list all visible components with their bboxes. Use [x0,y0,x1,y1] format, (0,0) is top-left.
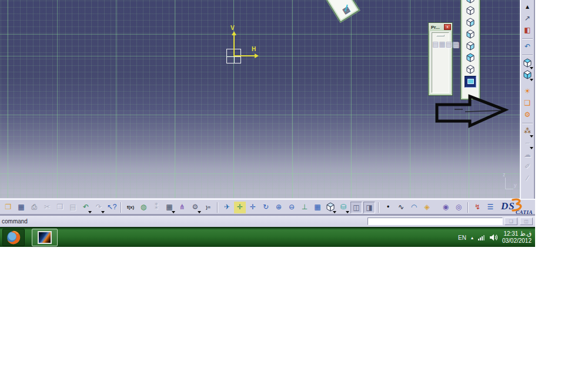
toolbar-overflow-arrow[interactable]: ▴ [522,1,533,13]
power-input-field[interactable] [368,218,503,225]
knowledge-inspector-button[interactable]: ⁑ [151,202,162,213]
3d-element-button[interactable]: ↗ [522,13,533,25]
copy-button[interactable]: ❐ [54,202,66,213]
taskbar-firefox-button[interactable] [2,229,25,246]
palette-title: Pr... [431,25,440,30]
taskbar-image-viewer-button[interactable] [32,229,58,246]
fly-mode-button[interactable]: ✈ [221,202,233,213]
isometric-view-button[interactable] [325,202,336,213]
zoom-in-button[interactable]: ⊕ [273,202,285,213]
cloud-tool-button[interactable]: ☁ [522,149,533,161]
right-view-button[interactable] [465,41,476,52]
rules-button[interactable]: }= [202,202,214,213]
top-view-button[interactable] [465,52,476,64]
toolbar-separator [121,202,122,213]
tilted-mini-toolbar[interactable]: ▦ [325,0,360,23]
swap-visible-space-button[interactable]: ↶ [522,41,533,53]
clock-date: 03/02/2012 [502,237,532,245]
palette-tool-2-button[interactable]: ▦ [439,40,445,48]
shading-button[interactable] [522,58,533,69]
clock-meridiem: ق.ظ [520,230,532,237]
quick-view-toolbar[interactable] [460,0,480,100]
palette-close-button[interactable]: x [444,24,451,30]
paste-button[interactable]: ▤ [67,202,79,213]
whats-this-button[interactable]: ↖? [106,202,118,213]
walk-mode-button[interactable]: ◎ [453,202,465,213]
command-prompt-label: command [0,218,28,225]
arc-tool-button[interactable]: ◠ [408,202,420,213]
layers-button[interactable]: ☰ [485,202,496,213]
palette-body: ▤▦▤▦ [432,32,449,93]
animate-constraint-button[interactable]: ⚙ [522,109,533,121]
catia-screen: V H z y ▦ Pr... x ▤▦▤▦ [0,0,535,247]
palette-drag-handle[interactable] [436,35,445,36]
status-doc-button-1[interactable]: ❏ [505,218,517,225]
language-indicator[interactable]: EN [458,235,466,241]
spline-tool-button[interactable]: ∿ [395,202,407,213]
fit-all-in-button[interactable]: ✛ [234,202,246,213]
section-view-button[interactable]: ◧ [522,25,533,36]
grid-snap-icon: ▦ [340,4,352,18]
hide-show-button[interactable]: ⛁ [338,202,349,213]
network-icon[interactable] [478,235,485,240]
h-axis-label: H [252,46,256,52]
isometric-view-button[interactable] [465,0,476,5]
named-views-button[interactable] [465,76,476,88]
design-table-button[interactable]: ▦ [163,202,175,213]
datum-mode-button[interactable]: ⁂ [522,126,533,138]
constraint-box-button[interactable]: ❑ [522,98,533,109]
profile-palette[interactable]: Pr... x ▤▦▤▦ [428,22,453,96]
h-axis-arrowhead-icon [255,53,259,58]
pan-button[interactable]: ✛ [247,202,259,213]
volume-icon[interactable] [489,233,497,242]
examine-mode-button[interactable]: ◉ [440,202,452,213]
save-button[interactable]: ▦ [15,202,27,213]
lock-button[interactable]: ⚙ [189,202,201,213]
catia-logo-text: CATIA [516,209,533,215]
bottom-dock-toolbar[interactable]: ❐▦⎙✂❐▤↶↷↖?f(x)◍⁑▦⋔⚙}=✈✛✛↻⊕⊖⊥▦⛁◫◨•∿◠◈◉◎↯☰ [0,199,535,216]
palette-tool-3-button[interactable]: ▤ [446,40,452,48]
palette-titlebar[interactable]: Pr... x [429,23,452,31]
front-view-button[interactable] [465,5,476,17]
normal-view-button[interactable]: ⊥ [299,202,310,213]
v-axis-arrowhead-icon [232,31,236,35]
knowledge-tree-button[interactable]: ⋔ [176,202,188,213]
v-axis [233,34,235,56]
solving-status-button[interactable]: ☀ [522,86,533,98]
left-view-button[interactable] [465,29,476,41]
toolbar-gap [526,81,529,86]
status-doc-button-2[interactable]: ◫ [520,218,533,225]
clock[interactable]: 12:31 ق.ظ 03/02/2012 [502,230,534,245]
rotate-button[interactable]: ↻ [260,202,272,213]
open-button[interactable]: ❐ [2,202,14,213]
triad-z-axis-line [505,178,506,189]
shading-edges-button[interactable] [522,69,533,81]
plane-tool-button[interactable]: ◈ [421,202,433,213]
comment-button[interactable]: ◍ [138,202,149,213]
formula-button[interactable]: f(x) [125,202,136,213]
palette-tool-4-button[interactable]: ▦ [452,40,459,48]
point-tool-button[interactable]: • [382,202,394,213]
measure-tool-button[interactable]: ✐ [522,161,533,173]
palette-icons: ▤▦▤▦ [432,38,449,50]
sketch-viewport[interactable]: V H z y ▦ Pr... x ▤▦▤▦ [0,0,520,199]
annotation-arrow [431,92,509,131]
triad-y-axis-line [505,189,513,189]
line-tool-button[interactable]: ∕ [522,173,533,185]
show-hidden-icons-button[interactable]: ▴ [471,235,473,240]
interference-button[interactable]: ↯ [472,202,483,213]
output-feature-button[interactable]: – [522,138,533,149]
zoom-out-button[interactable]: ⊖ [286,202,298,213]
cut-button[interactable]: ✂ [41,202,53,213]
back-view-button[interactable] [465,17,476,29]
palette-tool-1-button[interactable]: ▤ [432,40,439,48]
bottom-view-button[interactable] [465,64,476,76]
multi-view-button[interactable]: ▦ [312,202,323,213]
redo-button[interactable]: ↷ [93,202,105,213]
toolbar-separator [467,202,469,213]
swap-visible-space-button[interactable]: ◫ [350,202,362,213]
print-button[interactable]: ⎙ [28,202,40,213]
right-dock-toolbar[interactable]: ▴↗◧↶☀❑⚙⁂–☁✐∕ [520,0,535,199]
undo-button[interactable]: ↶ [80,202,92,213]
view-mode-box-button[interactable]: ◨ [363,202,375,213]
